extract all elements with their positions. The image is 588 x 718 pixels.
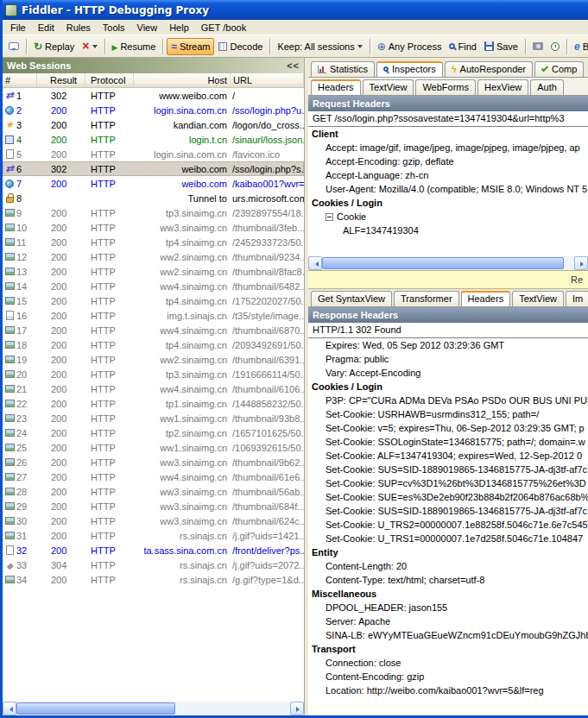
- header-item[interactable]: Set-Cookie: ALF=1347419304; expires=Wed,…: [308, 449, 588, 463]
- session-row[interactable]: 28200HTTPww3.sinaimg.cn/thumbnail/56ab..…: [3, 484, 304, 499]
- response-tab-get-syntaxview[interactable]: Get SyntaxView: [311, 291, 392, 306]
- column-header-url[interactable]: URL: [231, 73, 304, 87]
- header-item[interactable]: Accept-Encoding: gzip, deflate: [308, 154, 588, 168]
- session-row[interactable]: 14200HTTPww4.sinaimg.cn/thumbnail/6482..…: [3, 279, 304, 293]
- session-row[interactable]: 16200HTTPimg.t.sinajs.cn/t35/style/image…: [3, 308, 304, 323]
- menu-item-file[interactable]: File: [4, 22, 32, 34]
- scroll-right-button[interactable]: [290, 702, 304, 715]
- timer-button[interactable]: [547, 41, 563, 53]
- header-item[interactable]: Vary: Accept-Encoding: [308, 366, 588, 380]
- scroll-left-button[interactable]: [3, 702, 16, 715]
- collapse-panel-button[interactable]: <<: [287, 60, 300, 71]
- scroll-left-button[interactable]: [308, 256, 322, 270]
- session-row[interactable]: 7200HTTPweibo.com/kaibao001?wvr=...: [3, 176, 304, 191]
- session-row[interactable]: 11200HTTPtp4.sinaimg.cn/2452933723/50...: [3, 235, 304, 249]
- column-header-host[interactable]: Host: [134, 73, 231, 87]
- encoding-notification-bar[interactable]: Re: [308, 270, 588, 289]
- session-row[interactable]: 13200HTTPww2.sinaimg.cn/thumbnail/8fac8.…: [3, 264, 304, 279]
- header-subitem[interactable]: ALF=1347419304: [308, 224, 588, 237]
- session-row[interactable]: 20200HTTPtp3.sinaimg.cn/1916666114/50...: [3, 367, 304, 381]
- sessions-hscrollbar[interactable]: [3, 702, 304, 715]
- scroll-track[interactable]: [322, 256, 574, 270]
- header-item[interactable]: Set-Cookie: U_TRS1=00000007.1e7d258f.504…: [308, 532, 588, 545]
- session-row[interactable]: 18200HTTPtp4.sinaimg.cn/2093492691/50...: [3, 337, 304, 352]
- session-row[interactable]: 6302HTTPweibo.com/sso/login.php?s...: [3, 161, 304, 176]
- response-status-line[interactable]: HTTP/1.1 302 Found: [308, 323, 588, 338]
- menu-item-view[interactable]: View: [131, 22, 164, 34]
- header-item[interactable]: Location: http://weibo.com/kaibao001?wvr…: [308, 683, 588, 697]
- header-item[interactable]: Set-Cookie: SUP=cv%3D1%26bt%3D1346815775…: [308, 476, 588, 490]
- header-item[interactable]: User-Agent: Mozilla/4.0 (compatible; MSI…: [308, 182, 588, 196]
- session-row[interactable]: 24200HTTPtp2.sinaimg.cn/1657101625/50...: [3, 425, 304, 440]
- session-row[interactable]: 8Tunnel tours.microsoft.com: [3, 191, 304, 205]
- decode-button[interactable]: Decode: [215, 40, 266, 54]
- scroll-thumb[interactable]: [16, 702, 175, 715]
- session-row[interactable]: 9200HTTPtp3.sinaimg.cn/2392897554/18...: [3, 205, 304, 220]
- header-item[interactable]: Content-Length: 20: [308, 559, 588, 573]
- comment-button[interactable]: [5, 41, 22, 52]
- header-item[interactable]: Set-Cookie: v=5; expires=Thu, 06-Sep-201…: [308, 421, 588, 435]
- remove-button[interactable]: [79, 40, 100, 54]
- tab-comp[interactable]: Comp: [534, 61, 584, 77]
- request-tab-headers[interactable]: Headers: [311, 79, 361, 96]
- request-tab-textview[interactable]: TextView: [363, 79, 414, 95]
- tab-inspectors[interactable]: Inspectors: [376, 61, 443, 78]
- session-row[interactable]: 34200HTTPrs.sinajs.cn/g.gif?type=1&d...: [3, 572, 304, 587]
- header-item[interactable]: Set-Cookie: SSOLoginState=1346815775; pa…: [308, 435, 588, 449]
- browse-button[interactable]: Br: [571, 39, 588, 54]
- header-item[interactable]: Connection: close: [308, 656, 588, 670]
- session-row[interactable]: 17200HTTPww4.sinaimg.cn/thumbnail/6870..…: [3, 323, 304, 337]
- session-row[interactable]: 30200HTTPww3.sinaimg.cn/thumbnail/624c..…: [3, 513, 304, 528]
- session-row[interactable]: 25200HTTPww1.sinaimg.cn/1069392615/50...: [3, 440, 304, 455]
- header-item[interactable]: DPOOL_HEADER: jason155: [308, 601, 588, 614]
- menu-item-tools[interactable]: Tools: [97, 22, 131, 34]
- column-header-protocol[interactable]: Protocol: [85, 73, 134, 87]
- menu-item-help[interactable]: Help: [163, 22, 195, 34]
- session-row[interactable]: 10200HTTPww3.sinaimg.cn/thumbnail/3feb..…: [3, 220, 304, 235]
- session-row[interactable]: 4200HTTPlogin.t.cn/sinaurl/loss.json...: [3, 132, 304, 147]
- header-item[interactable]: Set-Cookie: USRHAWB=usrmdins312_155; pat…: [308, 407, 588, 421]
- response-tab-textview[interactable]: TextView: [512, 291, 564, 306]
- session-row[interactable]: 21200HTTPww4.sinaimg.cn/thumbnail/6106..…: [3, 381, 304, 396]
- menu-item-edit[interactable]: Edit: [32, 22, 60, 34]
- header-item[interactable]: Expires: Wed, 05 Sep 2012 03:29:36 GMT: [308, 338, 588, 352]
- session-row[interactable]: 23200HTTPww1.sinaimg.cn/thumbnail/93b8..…: [3, 411, 304, 425]
- session-row[interactable]: 27200HTTPww4.sinaimg.cn/thumbnail/61e6..…: [3, 469, 304, 484]
- stream-button[interactable]: Stream: [167, 38, 214, 55]
- header-node-cookie[interactable]: Cookie: [308, 210, 588, 224]
- header-item[interactable]: P3P: CP="CURa ADMa DEVa PSAo PSDo OUR BU…: [308, 394, 588, 407]
- response-tab-im[interactable]: Im: [566, 291, 588, 306]
- header-item[interactable]: Set-Cookie: SUS=SID-1889019865-134681577…: [308, 463, 588, 476]
- column-header-result[interactable]: Result: [37, 73, 85, 87]
- scroll-right-button[interactable]: [574, 256, 588, 270]
- request-tab-hexview[interactable]: HexView: [477, 79, 528, 95]
- menu-item-get-book[interactable]: GET /book: [195, 22, 252, 34]
- header-item[interactable]: Server: Apache: [308, 614, 588, 628]
- session-row[interactable]: 33304HTTPrs.sinajs.cn/j.gif?uids=2072...: [3, 557, 304, 572]
- header-item[interactable]: SINA-LB: eWYyMTEuaGEueWZncm91cDEuYmoubG9…: [308, 628, 588, 642]
- header-item[interactable]: Set-Cookie: SUS=SID-1889019865-134681577…: [308, 504, 588, 518]
- header-item[interactable]: Pragma: public: [308, 352, 588, 366]
- response-tab-transformer[interactable]: Transformer: [394, 291, 459, 306]
- session-row[interactable]: 29200HTTPww3.sinaimg.cn/thumbnail/684f..…: [3, 499, 304, 513]
- resume-button[interactable]: Resume: [109, 40, 160, 54]
- session-row[interactable]: 2200HTTPlogin.sina.com.cn/sso/login.php?…: [3, 103, 304, 117]
- request-hscrollbar[interactable]: [308, 256, 588, 270]
- save-button[interactable]: Save: [481, 40, 522, 54]
- request-line[interactable]: GET /sso/login.php?ssosavestate=13474193…: [308, 111, 588, 127]
- request-tab-webforms[interactable]: WebForms: [415, 79, 476, 95]
- keep-sessions-dropdown[interactable]: Keep: All sessions: [274, 40, 365, 54]
- session-row[interactable]: 12200HTTPww2.sinaimg.cn/thumbnail/9234..…: [3, 249, 304, 264]
- column-header-num[interactable]: #: [3, 73, 37, 87]
- session-row[interactable]: 15200HTTPtp4.sinaimg.cn/1752202027/50...: [3, 293, 304, 308]
- screenshot-button[interactable]: [529, 41, 547, 52]
- collapse-toggle-icon[interactable]: [326, 213, 333, 221]
- session-row[interactable]: 31200HTTPrs.sinajs.cn/j.gif?uids=1421...: [3, 528, 304, 543]
- response-tab-headers[interactable]: Headers: [461, 291, 511, 307]
- header-item[interactable]: Content-Type: text/html; charset=utf-8: [308, 573, 588, 587]
- session-row[interactable]: 26200HTTPww3.sinaimg.cn/thumbnail/9b62..…: [3, 455, 304, 469]
- scroll-thumb[interactable]: [322, 257, 564, 269]
- request-tab-auth[interactable]: Auth: [530, 79, 564, 95]
- session-row[interactable]: 3200HTTPkandian.com/logon/do_cross...: [3, 117, 304, 132]
- session-row[interactable]: 5200HTTPlogin.sina.com.cn/favicon.ico: [3, 147, 304, 161]
